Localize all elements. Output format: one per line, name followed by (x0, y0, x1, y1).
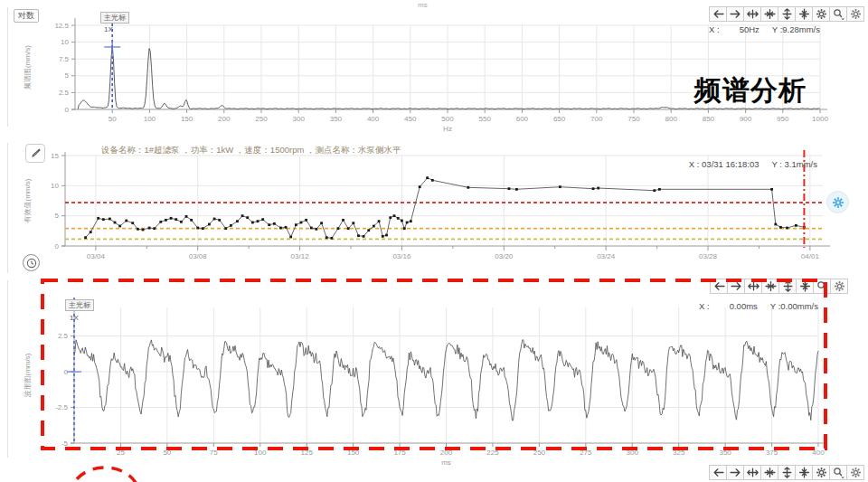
svg-text:100: 100 (254, 449, 267, 457)
svg-text:10: 10 (61, 38, 69, 46)
svg-text:550: 550 (479, 115, 492, 123)
expand-vertical-button[interactable] (778, 279, 797, 294)
arrow-left-button[interactable] (710, 279, 728, 294)
arrow-right-icon (730, 467, 741, 478)
readout-y-prefix: Y : (772, 24, 782, 34)
svg-text:200: 200 (440, 449, 453, 457)
arrow-right-button[interactable] (726, 465, 744, 480)
svg-text:225: 225 (486, 449, 499, 457)
svg-text:150: 150 (181, 115, 193, 123)
compress-horizontal-button[interactable] (761, 279, 779, 294)
svg-text:0: 0 (55, 242, 60, 250)
expand-vertical-button[interactable] (778, 465, 796, 480)
svg-text:频谱图(mm/s): 频谱图(mm/s) (24, 45, 32, 90)
gear-button[interactable] (812, 6, 830, 22)
expand-vertical-button[interactable] (778, 6, 796, 22)
svg-text:500: 500 (441, 115, 454, 123)
zoom-select-icon (816, 280, 828, 292)
svg-text:1000: 1000 (812, 115, 828, 123)
svg-text:-2.5: -2.5 (55, 403, 68, 411)
gear-icon (832, 196, 844, 209)
compress-vertical-button[interactable] (795, 6, 813, 22)
history-clock-button[interactable] (23, 254, 40, 271)
svg-text:波形图(mm/s): 波形图(mm/s) (24, 353, 32, 397)
expand-horizontal-button[interactable] (743, 6, 761, 22)
svg-text:300: 300 (627, 449, 639, 457)
svg-text:250: 250 (533, 449, 546, 457)
expand-horizontal-button[interactable] (743, 465, 761, 480)
svg-text:350: 350 (330, 115, 343, 123)
svg-text:100: 100 (144, 115, 156, 123)
readout-x-value: 0.00ms (730, 301, 758, 311)
settings-button[interactable] (846, 465, 864, 480)
compress-horizontal-button[interactable] (760, 465, 778, 480)
svg-text:25: 25 (117, 449, 125, 457)
spectrum-cursor-readout: X :50HzY :9.28mm/s (709, 24, 820, 34)
arrow-right-button[interactable] (727, 279, 745, 294)
expand-horizontal-icon (747, 467, 759, 478)
spectrum-analysis-annotation: 频谱分析 (694, 72, 807, 109)
gear-button[interactable] (812, 465, 830, 480)
expand-horizontal-button[interactable] (744, 279, 762, 294)
svg-text:350: 350 (719, 449, 731, 457)
svg-text:15: 15 (51, 152, 59, 160)
arrow-left-button[interactable] (709, 6, 727, 22)
zoom-select-icon (833, 8, 844, 20)
svg-text:03/28: 03/28 (699, 252, 718, 260)
zoom-select-button[interactable] (813, 279, 831, 294)
spectrum-main-cursor-tag[interactable]: 主光标 (100, 12, 129, 24)
readout-x-value: 03/31 16:18:03 (702, 159, 759, 169)
readout-y-value: 9.28mm/s (782, 24, 820, 34)
svg-text:0: 0 (65, 106, 70, 114)
readout-x-prefix: X : (709, 24, 720, 34)
trend-chart[interactable]: 03/0403/0803/1203/1603/2003/2403/2804/01… (0, 137, 868, 276)
svg-text:300: 300 (293, 115, 306, 123)
svg-text:5: 5 (55, 212, 60, 220)
compress-vertical-button[interactable] (795, 465, 813, 480)
svg-text:150: 150 (347, 449, 360, 457)
svg-text:700: 700 (590, 115, 603, 123)
svg-text:50: 50 (163, 449, 171, 457)
expand-vertical-icon (781, 8, 793, 20)
waveform-main-cursor-tag[interactable]: 主光标 (65, 299, 94, 311)
svg-text:2.5: 2.5 (59, 89, 70, 97)
settings-icon (850, 8, 862, 20)
svg-text:-5: -5 (61, 439, 69, 448)
vibration-analysis-app: ms 对数 主光标 1X X :50HzY :9.28mm/s 50100150… (0, 0, 868, 482)
expand-horizontal-icon (747, 8, 759, 20)
waveform-1x-label: 1X (70, 314, 79, 322)
compress-horizontal-button[interactable] (760, 6, 778, 22)
trend-cursor-readout: X : 03/31 16:18:03Y : 3.1mm/s (689, 159, 817, 169)
compress-vertical-icon (798, 8, 810, 20)
arrow-left-button[interactable] (709, 465, 727, 480)
zoom-select-button[interactable] (829, 6, 847, 22)
svg-text:04/01: 04/01 (801, 252, 820, 260)
svg-text:03/04: 03/04 (87, 252, 106, 260)
svg-text:125: 125 (301, 449, 314, 457)
trend-chart-title: 设备名称：1#超滤泵 ，功率：1kW ，速度：1500rpm ，测点名称：水泵侧… (101, 145, 401, 156)
svg-text:03/24: 03/24 (597, 252, 616, 260)
settings-button[interactable] (846, 6, 864, 22)
svg-text:03/16: 03/16 (392, 252, 411, 260)
svg-text:75: 75 (210, 449, 218, 457)
svg-text:12.5: 12.5 (54, 22, 69, 30)
readout-x-value: 50Hz (740, 24, 760, 34)
edit-button[interactable] (25, 144, 45, 163)
trend-settings-button[interactable] (826, 191, 849, 213)
compress-vertical-button[interactable] (796, 279, 814, 294)
arrow-right-button[interactable] (726, 6, 744, 22)
svg-text:375: 375 (766, 449, 778, 457)
spectrum-1x-label: 1X (104, 25, 113, 33)
svg-text:03/08: 03/08 (189, 252, 208, 260)
settings-icon (850, 467, 862, 478)
gear-icon (816, 467, 827, 478)
svg-text:Hz: Hz (443, 125, 452, 133)
svg-text:7.5: 7.5 (59, 55, 70, 63)
zoom-select-button[interactable] (829, 465, 847, 480)
readout-y-value: 3.1mm/s (785, 159, 817, 169)
expand-vertical-icon (782, 280, 794, 292)
readout-x-prefix: X : (689, 159, 700, 169)
arrow-left-icon (713, 280, 725, 292)
settings-button[interactable] (830, 279, 848, 294)
svg-text:175: 175 (393, 449, 406, 457)
